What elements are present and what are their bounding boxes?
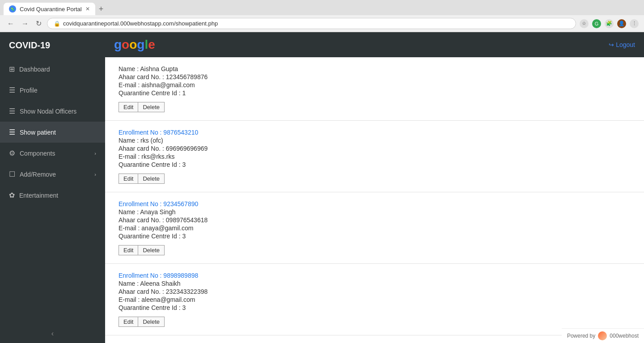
patient-name-1: Name : rks (ofc) xyxy=(119,137,631,144)
sidebar-item-show-nodal-officers[interactable]: ☰ Show Nodal Officers xyxy=(0,101,105,122)
sidebar-item-add-remove[interactable]: ☐ Add/Remove › xyxy=(0,164,105,185)
patient-actions-1: Edit Delete xyxy=(119,174,631,184)
patient-actions-0: Edit Delete xyxy=(119,102,631,112)
components-icon: ⚙ xyxy=(9,149,15,157)
patient-card-0: Name : Aishna Gupta Ahaar card No. : 123… xyxy=(105,57,644,121)
logout-arrow-icon: ↪ xyxy=(609,41,614,48)
google-o2: o xyxy=(129,38,137,51)
active-tab[interactable]: 🦠 Covid Quarantine Portal ✕ xyxy=(4,3,95,15)
dashboard-icon: ⊞ xyxy=(9,65,15,73)
tab-bar: 🦠 Covid Quarantine Portal ✕ + xyxy=(0,0,644,15)
patient-card-3: Enrollment No : 9898989898 Name : Aleena… xyxy=(105,264,644,335)
patient-actions-2: Edit Delete xyxy=(119,245,631,255)
patient-email: E-mail : aishna@gmail.com xyxy=(119,81,631,89)
000webhost-logo xyxy=(598,331,607,340)
sidebar-item-entertainment[interactable]: ✿ Entertainment xyxy=(0,185,105,206)
google-e: e xyxy=(148,38,155,51)
logout-button[interactable]: ↪ Logout xyxy=(609,41,635,48)
powered-by-footer: Powered by 000webhost xyxy=(562,328,644,343)
add-remove-icon: ☐ xyxy=(9,170,15,178)
patient-qc-1: Quarantine Centre Id : 3 xyxy=(119,161,631,168)
patient-actions-3: Edit Delete xyxy=(119,317,631,327)
sidebar-item-dashboard[interactable]: ⊞ Dashboard xyxy=(0,59,105,80)
new-tab-button[interactable]: + xyxy=(95,4,107,14)
refresh-button[interactable]: ↻ xyxy=(34,18,43,29)
patient-enrollment-1: Enrollment No : 9876543210 xyxy=(119,129,631,136)
app-layout: COVID-19 ⊞ Dashboard ☰ Profile ☰ Show No… xyxy=(0,32,644,343)
patient-list: Name : Aishna Gupta Ahaar card No. : 123… xyxy=(105,57,644,343)
lock-icon: 🔒 xyxy=(54,21,60,27)
delete-button-2[interactable]: Delete xyxy=(138,245,165,255)
patient-qc-3: Quarantine Centre Id : 3 xyxy=(119,304,631,311)
patient-ahaar: Ahaar card No. : 123456789876 xyxy=(119,73,631,80)
url-box[interactable]: 🔒 covidquarantineportal.000webhostapp.co… xyxy=(47,18,576,29)
tab-favicon: 🦠 xyxy=(9,5,16,13)
browser-chrome: 🦠 Covid Quarantine Portal ✕ + ← → ↻ 🔒 co… xyxy=(0,0,644,32)
add-remove-arrow-icon: › xyxy=(94,172,96,177)
browser-icons: ☆ G 🧩 👤 ⋮ xyxy=(580,19,639,28)
tab-title: Covid Quarantine Portal xyxy=(20,6,82,13)
google-logo: google xyxy=(114,38,155,52)
sidebar-item-show-patient[interactable]: ☰ Show patient xyxy=(0,122,105,143)
sidebar-item-label: Add/Remove xyxy=(20,171,56,178)
sidebar-item-label: Dashboard xyxy=(19,66,50,73)
edit-button-3[interactable]: Edit xyxy=(119,317,138,327)
app-logo: COVID-19 xyxy=(0,32,105,59)
star-icon[interactable]: ☆ xyxy=(580,19,589,28)
host-name: 000webhost xyxy=(610,333,639,339)
delete-button-3[interactable]: Delete xyxy=(138,317,165,327)
patient-ahaar-3: Ahaar card No. : 232343322398 xyxy=(119,288,631,295)
sidebar-item-label: Components xyxy=(20,150,55,157)
show-patient-icon: ☰ xyxy=(9,128,15,136)
profile-icon: ☰ xyxy=(9,86,15,94)
edit-button-2[interactable]: Edit xyxy=(119,245,138,255)
sidebar-item-label: Entertainment xyxy=(19,192,58,199)
sidebar-collapse-button[interactable]: ‹ xyxy=(0,324,105,343)
patient-ahaar-1: Ahaar card No. : 696969696969 xyxy=(119,145,631,152)
patient-card-1: Enrollment No : 9876543210 Name : rks (o… xyxy=(105,121,644,192)
forward-button[interactable]: → xyxy=(20,19,30,29)
powered-by-text: Powered by xyxy=(567,333,595,339)
patient-email-1: E-mail : rks@rks.rks xyxy=(119,153,631,160)
patient-email-2: E-mail : anaya@gamil.com xyxy=(119,224,631,232)
sidebar-item-components[interactable]: ⚙ Components › xyxy=(0,143,105,164)
entertainment-icon: ✿ xyxy=(9,191,15,199)
google-account-icon[interactable]: G xyxy=(592,19,601,28)
back-button[interactable]: ← xyxy=(5,19,16,29)
edit-button-0[interactable]: Edit xyxy=(119,102,138,112)
patient-name: Name : Aishna Gupta xyxy=(119,65,631,72)
logout-label: Logout xyxy=(616,41,635,48)
patient-enrollment-2: Enrollment No : 9234567890 xyxy=(119,200,631,207)
patient-qc-2: Quarantine Centre Id : 3 xyxy=(119,233,631,240)
edit-button-1[interactable]: Edit xyxy=(119,174,138,184)
patient-name-2: Name : Anaya Singh xyxy=(119,208,631,216)
patient-email-3: E-mail : aleena@gmail.com xyxy=(119,296,631,303)
delete-button-0[interactable]: Delete xyxy=(138,102,165,112)
top-navbar: google ↪ Logout xyxy=(105,32,644,57)
sidebar-item-label: Show patient xyxy=(20,129,56,136)
sidebar: COVID-19 ⊞ Dashboard ☰ Profile ☰ Show No… xyxy=(0,32,105,343)
components-arrow-icon: › xyxy=(94,151,96,156)
menu-icon[interactable]: ⋮ xyxy=(630,19,639,28)
tab-close-button[interactable]: ✕ xyxy=(85,6,90,12)
patient-name-3: Name : Aleena Shaikh xyxy=(119,280,631,287)
sidebar-item-profile[interactable]: ☰ Profile xyxy=(0,80,105,101)
sidebar-item-label: Profile xyxy=(20,87,38,94)
patient-card-2: Enrollment No : 9234567890 Name : Anaya … xyxy=(105,192,644,264)
patient-qc: Quarantine Centre Id : 1 xyxy=(119,89,631,97)
sidebar-item-label: Show Nodal Officers xyxy=(20,108,76,115)
google-g: g xyxy=(114,38,122,51)
main-content: google ↪ Logout Name : Aishna Gupta Ahaa… xyxy=(105,32,644,343)
google-o1: o xyxy=(122,38,129,51)
nodal-officers-icon: ☰ xyxy=(9,107,15,115)
url-text: covidquarantineportal.000webhostapp.com/… xyxy=(63,20,218,27)
google-g2: g xyxy=(137,38,144,51)
delete-button-1[interactable]: Delete xyxy=(138,174,165,184)
address-bar: ← → ↻ 🔒 covidquarantineportal.000webhost… xyxy=(0,15,644,32)
patient-ahaar-2: Ahaar card No. : 098976543618 xyxy=(119,216,631,224)
extensions-icon[interactable]: 🧩 xyxy=(605,19,614,28)
patient-enrollment-3: Enrollment No : 9898989898 xyxy=(119,272,631,279)
profile-avatar-icon[interactable]: 👤 xyxy=(617,19,626,28)
